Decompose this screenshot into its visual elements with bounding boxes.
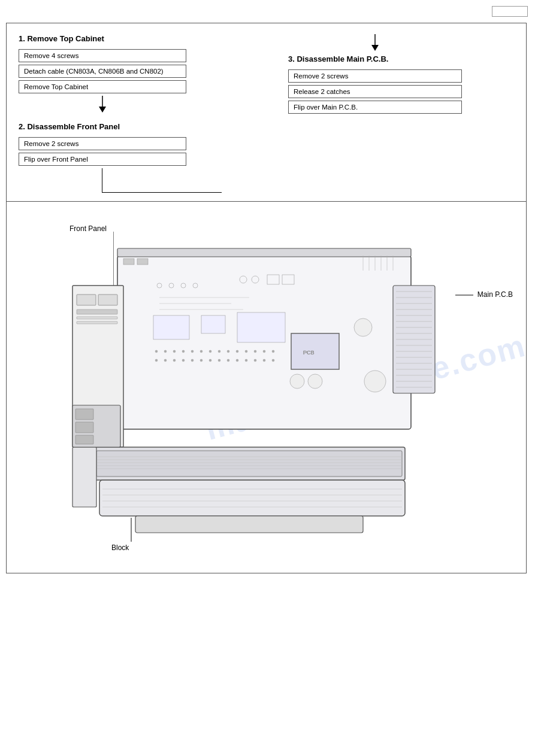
svg-point-37 bbox=[155, 359, 158, 362]
section3-step2: Release 2 catches bbox=[288, 85, 462, 98]
left-flow: 1. Remove Top Cabinet Remove 4 screws De… bbox=[19, 34, 270, 193]
svg-point-29 bbox=[209, 350, 211, 353]
section1-step1: Remove 4 screws bbox=[19, 49, 186, 62]
left-bottom-horiz bbox=[102, 192, 222, 193]
bottom-section: manualsarchive.com Front Panel Main P.C.… bbox=[7, 202, 526, 573]
machine-diagram: PCB bbox=[40, 238, 495, 561]
section2-title: 2. Disassemble Front Panel bbox=[19, 122, 270, 131]
section1: 1. Remove Top Cabinet Remove 4 screws De… bbox=[19, 34, 270, 93]
svg-point-54 bbox=[308, 374, 322, 388]
svg-point-39 bbox=[173, 359, 176, 362]
svg-point-24 bbox=[164, 350, 167, 353]
svg-point-44 bbox=[218, 359, 220, 362]
svg-rect-51 bbox=[291, 333, 339, 369]
svg-rect-83 bbox=[72, 447, 96, 507]
svg-point-43 bbox=[209, 359, 211, 362]
top-section: 1. Remove Top Cabinet Remove 4 screws De… bbox=[7, 23, 526, 202]
svg-rect-20 bbox=[153, 315, 189, 339]
svg-rect-59 bbox=[98, 294, 117, 305]
svg-rect-64 bbox=[96, 451, 402, 476]
svg-point-40 bbox=[182, 359, 185, 362]
svg-rect-103 bbox=[137, 259, 148, 265]
svg-rect-107 bbox=[75, 435, 93, 444]
svg-point-34 bbox=[254, 350, 256, 353]
right-top-arrow bbox=[288, 34, 462, 51]
svg-rect-70 bbox=[99, 480, 405, 516]
svg-point-27 bbox=[191, 350, 194, 353]
svg-rect-60 bbox=[77, 309, 117, 314]
svg-point-42 bbox=[200, 359, 202, 362]
section2-step2: Flip over Front Panel bbox=[19, 153, 186, 166]
svg-point-28 bbox=[200, 350, 202, 353]
svg-rect-76 bbox=[117, 248, 411, 257]
section2: 2. Disassemble Front Panel Remove 2 scre… bbox=[19, 122, 270, 166]
svg-marker-3 bbox=[371, 45, 379, 51]
section3: 3. Disassemble Main P.C.B. Remove 2 scre… bbox=[288, 54, 514, 114]
label-front-panel: Front Panel bbox=[69, 224, 107, 233]
svg-text:PCB: PCB bbox=[303, 350, 315, 356]
right-flow: 3. Disassemble Main P.C.B. Remove 2 scre… bbox=[270, 34, 514, 193]
svg-point-31 bbox=[227, 350, 229, 353]
svg-point-53 bbox=[290, 374, 304, 388]
svg-point-36 bbox=[272, 350, 274, 353]
svg-rect-75 bbox=[135, 516, 363, 533]
svg-rect-61 bbox=[77, 317, 117, 319]
svg-point-30 bbox=[218, 350, 220, 353]
svg-point-49 bbox=[263, 359, 265, 362]
svg-point-56 bbox=[364, 371, 386, 392]
arrow-down-1 bbox=[19, 96, 186, 113]
svg-rect-102 bbox=[123, 259, 134, 265]
svg-point-45 bbox=[227, 359, 229, 362]
svg-point-23 bbox=[155, 350, 158, 353]
section3-title: 3. Disassemble Main P.C.B. bbox=[288, 54, 514, 63]
svg-point-38 bbox=[164, 359, 167, 362]
svg-rect-106 bbox=[75, 422, 93, 433]
main-content-border: 1. Remove Top Cabinet Remove 4 screws De… bbox=[6, 23, 527, 573]
svg-point-25 bbox=[173, 350, 176, 353]
section1-step2: Detach cable (CN803A, CN806B and CN802) bbox=[19, 65, 186, 78]
svg-rect-62 bbox=[77, 321, 117, 324]
svg-point-47 bbox=[245, 359, 247, 362]
section3-step1: Remove 2 screws bbox=[288, 69, 462, 83]
svg-point-50 bbox=[272, 359, 274, 362]
svg-point-35 bbox=[263, 350, 265, 353]
svg-rect-22 bbox=[237, 312, 285, 342]
section2-step1: Remove 2 screws bbox=[19, 137, 186, 150]
svg-rect-21 bbox=[201, 315, 225, 333]
svg-point-33 bbox=[245, 350, 247, 353]
svg-point-26 bbox=[182, 350, 185, 353]
left-bottom-line bbox=[102, 168, 102, 192]
section1-title: 1. Remove Top Cabinet bbox=[19, 34, 270, 43]
svg-point-32 bbox=[236, 350, 238, 353]
svg-rect-58 bbox=[77, 294, 96, 305]
section1-step3: Remove Top Cabinet bbox=[19, 80, 186, 93]
svg-marker-1 bbox=[99, 107, 106, 113]
svg-point-55 bbox=[354, 318, 372, 336]
section3-step3: Flip over Main P.C.B. bbox=[288, 101, 462, 114]
svg-point-48 bbox=[254, 359, 256, 362]
page-wrapper: 1. Remove Top Cabinet Remove 4 screws De… bbox=[0, 0, 535, 756]
svg-rect-105 bbox=[75, 409, 93, 420]
svg-point-41 bbox=[191, 359, 194, 362]
page-number-box bbox=[492, 6, 528, 17]
svg-point-46 bbox=[236, 359, 238, 362]
